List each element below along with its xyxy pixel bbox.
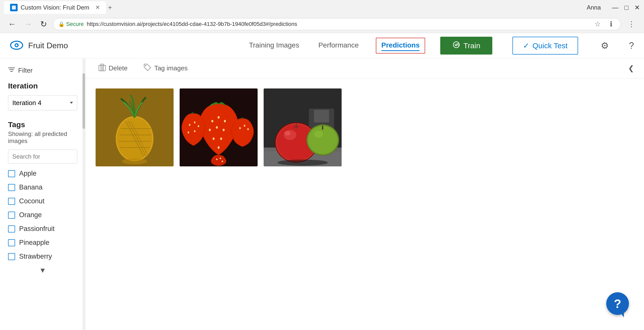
browser-menu-button[interactable]: ⋮ xyxy=(625,20,638,28)
svg-point-33 xyxy=(218,116,220,119)
image-card-apple[interactable] xyxy=(264,88,342,166)
lock-icon: 🔒 xyxy=(58,21,65,27)
tag-label-passionfruit: Passionfruit xyxy=(19,225,55,233)
delete-label: Delete xyxy=(109,64,128,72)
svg-point-51 xyxy=(222,161,223,162)
settings-icon[interactable]: ⚙ xyxy=(601,40,609,51)
checkbox-apple[interactable] xyxy=(8,170,15,177)
tag-images-label: Tag images xyxy=(154,64,188,72)
tab-favicon xyxy=(10,4,18,11)
tab-title: Custom Vision: Fruit Dem xyxy=(21,4,89,11)
back-button[interactable]: ← xyxy=(6,18,18,30)
svg-point-46 xyxy=(239,127,241,129)
svg-point-19 xyxy=(145,65,146,66)
svg-point-41 xyxy=(189,124,190,126)
svg-point-39 xyxy=(220,137,222,140)
filter-label[interactable]: Filter xyxy=(8,66,77,75)
filter-icon xyxy=(8,66,15,75)
scroll-down-icon[interactable]: ▼ xyxy=(39,266,46,274)
tag-label-orange: Orange xyxy=(19,211,42,219)
svg-rect-56 xyxy=(314,110,329,122)
tag-label-apple: Apple xyxy=(19,170,36,177)
tags-title: Tags xyxy=(8,120,77,129)
tag-label-banana: Banana xyxy=(19,183,43,191)
tab-training-images[interactable]: Training Images xyxy=(247,33,301,58)
quick-test-label: Quick Test xyxy=(532,41,568,50)
tag-item-strawberry[interactable]: Strawberry xyxy=(8,253,77,260)
checkbox-strawberry[interactable] xyxy=(8,253,15,260)
tag-item-passionfruit[interactable]: Passionfruit xyxy=(8,225,77,233)
help-bubble-button[interactable]: ? xyxy=(606,292,629,315)
svg-point-40 xyxy=(218,146,220,149)
checkbox-pineapple[interactable] xyxy=(8,239,15,246)
url-text[interactable]: https://customvision.ai/projects/ec4105d… xyxy=(87,21,297,27)
svg-point-43 xyxy=(198,125,199,127)
tab-close-button[interactable]: ✕ xyxy=(95,4,100,11)
tag-icon xyxy=(144,64,151,73)
help-bubble-tail xyxy=(620,312,624,317)
close-button[interactable]: ✕ xyxy=(634,4,640,12)
svg-point-6 xyxy=(17,44,18,45)
svg-point-9 xyxy=(456,44,457,45)
maximize-button[interactable]: □ xyxy=(624,4,628,12)
tab-performance[interactable]: Performance xyxy=(316,33,360,58)
secure-badge: 🔒 Secure xyxy=(58,21,84,27)
collapse-panel-button[interactable]: ❮ xyxy=(628,64,634,72)
tag-label-coconut: Coconut xyxy=(19,197,45,205)
checkbox-orange[interactable] xyxy=(8,212,15,219)
tag-label-pineapple: Pineapple xyxy=(19,239,49,247)
trash-icon xyxy=(99,64,106,73)
train-icon xyxy=(452,41,460,51)
sidebar-scrollbar[interactable] xyxy=(82,58,85,330)
svg-point-44 xyxy=(188,131,189,133)
svg-point-68 xyxy=(277,160,328,166)
tag-item-coconut[interactable]: Coconut xyxy=(8,197,77,205)
svg-point-36 xyxy=(216,126,218,129)
svg-point-48 xyxy=(247,128,249,130)
iteration-title: Iteration xyxy=(8,82,77,90)
svg-point-30 xyxy=(122,158,147,164)
delete-button[interactable]: Delete xyxy=(96,62,131,75)
image-grid xyxy=(86,78,644,176)
svg-point-35 xyxy=(209,129,211,131)
tags-subtitle: Showing: all predicted images xyxy=(8,130,77,145)
minimize-button[interactable]: — xyxy=(612,4,618,12)
quick-test-button[interactable]: ✓ Quick Test xyxy=(512,37,578,55)
iteration-dropdown[interactable]: Iteration 4 xyxy=(8,95,77,110)
tag-images-button[interactable]: Tag images xyxy=(141,62,191,75)
svg-point-66 xyxy=(314,131,323,138)
svg-point-61 xyxy=(285,131,291,135)
forward-button[interactable]: → xyxy=(22,18,34,30)
image-card-strawberry[interactable] xyxy=(180,88,258,166)
train-button[interactable]: Train xyxy=(440,37,492,55)
user-name: Anna xyxy=(587,4,601,11)
tag-label-strawberry: Strawberry xyxy=(19,253,52,260)
bookmark-icon[interactable]: ☆ xyxy=(591,20,604,28)
checkbox-banana[interactable] xyxy=(8,184,15,191)
svg-point-47 xyxy=(244,125,245,127)
tag-item-orange[interactable]: Orange xyxy=(8,211,77,219)
checkbox-passionfruit[interactable] xyxy=(8,225,15,232)
search-input[interactable] xyxy=(8,150,77,164)
tab-predictions[interactable]: Predictions xyxy=(381,40,420,51)
svg-point-50 xyxy=(220,158,221,159)
logo-eye-icon xyxy=(10,39,23,53)
svg-rect-67 xyxy=(322,126,323,130)
svg-point-38 xyxy=(213,137,215,140)
new-tab-button[interactable]: + xyxy=(108,4,112,12)
check-icon: ✓ xyxy=(523,41,529,50)
checkbox-coconut[interactable] xyxy=(8,198,15,205)
image-card-pineapple[interactable] xyxy=(96,88,174,166)
help-icon[interactable]: ? xyxy=(629,40,634,51)
tag-item-banana[interactable]: Banana xyxy=(8,183,77,191)
brand-name: Fruit Demo xyxy=(28,41,68,50)
svg-point-49 xyxy=(216,159,218,160)
info-icon[interactable]: ℹ xyxy=(607,20,616,28)
tag-item-pineapple[interactable]: Pineapple xyxy=(8,239,77,247)
refresh-button[interactable]: ↻ xyxy=(38,18,49,30)
tag-item-apple[interactable]: Apple xyxy=(8,170,77,177)
content-toolbar: Delete Tag images ❮ xyxy=(86,58,644,78)
svg-point-42 xyxy=(194,121,195,123)
brand-logo: Fruit Demo xyxy=(10,39,68,53)
svg-point-65 xyxy=(308,126,337,154)
